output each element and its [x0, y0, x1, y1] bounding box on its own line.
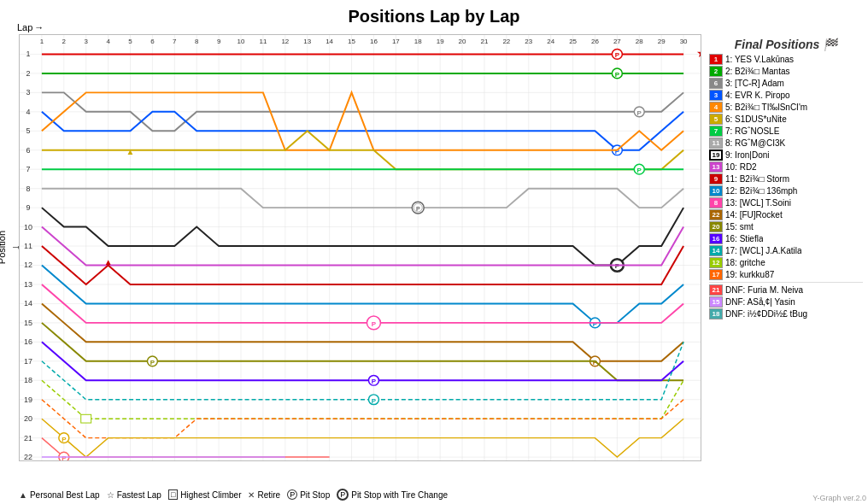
svg-text:8: 8 — [195, 38, 199, 45]
bottom-legend: ▲ Personal Best Lap ☆ Fastest Lap □ High… — [19, 489, 701, 501]
legend-item: 77: RGˆNOSLE — [709, 126, 863, 137]
legend-text: 8: RGˆM@CI3K — [725, 138, 785, 148]
legend-color-box: 7 — [709, 126, 723, 137]
svg-text:1: 1 — [26, 50, 30, 58]
legend-pit-stop: P Pit Stop — [287, 489, 330, 500]
svg-text:25: 25 — [569, 38, 577, 45]
svg-text:10: 10 — [238, 38, 245, 45]
svg-text:23: 23 — [525, 38, 532, 45]
legend-title: Final Positions 🏁 — [709, 38, 863, 51]
legend-color-box: 10 — [709, 185, 723, 196]
svg-text:12: 12 — [281, 38, 289, 45]
svg-text:13: 13 — [303, 38, 311, 45]
legend-text: 9: Iron|Doni — [725, 150, 770, 160]
dnf-separator — [709, 282, 863, 283]
legend-fastest-lap: ☆ Fastest Lap — [107, 490, 161, 500]
svg-text:P: P — [637, 109, 642, 117]
svg-text:12: 12 — [24, 261, 32, 270]
svg-text:17: 17 — [24, 357, 32, 366]
legend-color-box: 17 — [709, 269, 723, 280]
svg-text:P: P — [150, 359, 155, 366]
svg-text:18: 18 — [414, 38, 422, 45]
legend-item: 63: [TC-R] Adam — [709, 78, 863, 89]
svg-text:7: 7 — [173, 38, 176, 45]
svg-text:9: 9 — [217, 38, 220, 45]
svg-text:19: 19 — [437, 38, 444, 45]
svg-text:★: ★ — [696, 47, 701, 60]
svg-text:6: 6 — [26, 146, 30, 155]
legend-color-box: 5 — [709, 114, 723, 125]
svg-text:P: P — [615, 71, 619, 79]
svg-text:P: P — [62, 436, 66, 443]
svg-text:24: 24 — [547, 38, 554, 45]
svg-text:14: 14 — [326, 38, 333, 45]
svg-rect-129 — [81, 414, 91, 423]
legend-item: 22: B2i¾□ Mantas — [709, 66, 863, 77]
version-label: Y-Graph ver.2.0 — [812, 494, 866, 502]
svg-text:3: 3 — [84, 38, 88, 45]
legend-color-box: 20 — [709, 221, 723, 232]
legend-item: 813: [WCL] T.Soini — [709, 197, 863, 208]
legend-text: 10: RD2 — [725, 162, 757, 172]
legend-item: 21DNF: Furia M. Neiva — [709, 284, 863, 296]
legend-color-box: 16 — [709, 233, 723, 244]
legend-item: 34: EVR K. Piropo — [709, 90, 863, 101]
svg-text:21: 21 — [24, 434, 32, 442]
legend-item: 18DNF: i½¢DDi½£ tBug — [709, 308, 863, 319]
lap-label: Lap — [17, 22, 32, 32]
svg-text:P: P — [372, 397, 376, 405]
legend-text: 2: B2i¾□ Mantas — [725, 67, 790, 76]
legend-text: 14: [FU]Rocket — [725, 210, 783, 220]
legend-text: DNF: ASå‚¢| Yasin — [725, 297, 795, 307]
svg-text:20: 20 — [24, 414, 32, 423]
legend-text: 6: S1DUS*uNite — [725, 114, 787, 124]
svg-text:P: P — [372, 320, 376, 328]
legend-item: 199: Iron|Doni — [709, 149, 863, 161]
svg-text:P: P — [637, 167, 642, 174]
svg-text:29: 29 — [658, 38, 666, 45]
svg-text:28: 28 — [636, 38, 643, 45]
legend-color-box: 19 — [709, 149, 723, 161]
svg-text:▲: ▲ — [126, 147, 135, 156]
svg-text:10: 10 — [24, 223, 32, 231]
legend-color-box: 3 — [709, 90, 723, 101]
legend-item: 1417: [WCL] J.A.Katila — [709, 245, 863, 256]
legend-item: 118: RGˆM@CI3K — [709, 138, 863, 149]
svg-text:14: 14 — [24, 299, 32, 308]
legend-text: 7: RGˆNOSLE — [725, 126, 779, 136]
svg-text:P: P — [615, 51, 619, 59]
legend-text: 17: [WCL] J.A.Katila — [725, 246, 801, 255]
legend-color-box: 13 — [709, 161, 723, 173]
legend-item: 1616: Stiefla — [709, 233, 863, 244]
svg-text:5: 5 — [26, 126, 30, 135]
chart-title: Positions Lap by Lap — [0, 0, 868, 30]
svg-text:30: 30 — [680, 38, 688, 45]
svg-text:▲: ▲ — [104, 258, 113, 267]
svg-text:11: 11 — [260, 38, 267, 45]
legend-text: 16: Stiefla — [725, 234, 763, 243]
svg-text:13: 13 — [24, 280, 32, 289]
legend-text: 5: B2i¾□ TI‰lSnCI'm — [725, 103, 807, 112]
legend-color-box: 22 — [709, 209, 723, 220]
legend-item: 1218: gritche — [709, 257, 863, 268]
legend-color-box: 18 — [709, 308, 723, 319]
legend-color-box: 14 — [709, 245, 723, 256]
svg-text:15: 15 — [24, 319, 32, 327]
lap-arrow-icon: → — [34, 22, 44, 32]
legend-item: 1310: RD2 — [709, 161, 863, 173]
legend-panel: Final Positions 🏁 11: YES V.Lakūnas22: B… — [704, 34, 868, 461]
svg-text:22: 22 — [24, 453, 32, 460]
main-container: Positions Lap by Lap Lap → Position ↓ — [0, 0, 868, 504]
svg-text:6: 6 — [150, 38, 155, 45]
legend-item: 1012: B2i¾□ 136mph — [709, 185, 863, 196]
svg-text:17: 17 — [392, 38, 400, 45]
legend-item: 2015: smt — [709, 221, 863, 232]
svg-text:26: 26 — [591, 38, 599, 45]
legend-items-list: 11: YES V.Lakūnas22: B2i¾□ Mantas63: [TC… — [709, 54, 863, 319]
svg-text:18: 18 — [24, 376, 32, 384]
legend-color-box: 9 — [709, 173, 723, 185]
svg-text:16: 16 — [370, 38, 378, 45]
legend-item: 15DNF: ASå‚¢| Yasin — [709, 296, 863, 308]
svg-text:9: 9 — [26, 203, 30, 212]
lap-arrow-label: Lap → — [17, 22, 44, 32]
